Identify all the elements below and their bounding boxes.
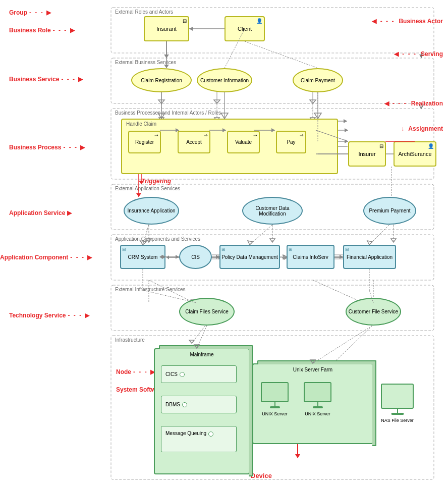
node-annotation: Node - - - ▶ [116, 368, 156, 375]
archisurance-element: ArchiSurance 👤 [394, 141, 436, 167]
nas-file-server-element: NAS File Server [381, 384, 414, 423]
customer-file-service-element: Customer File Service [346, 298, 401, 326]
svg-line-94 [369, 225, 389, 245]
svg-marker-72 [221, 113, 228, 119]
mainframe-node: Mainframe CICS DBMS Message Queuing [154, 348, 250, 474]
svg-line-57 [149, 280, 194, 303]
svg-line-59 [313, 280, 363, 303]
svg-marker-124 [164, 65, 169, 68]
svg-text:Infrastructure: Infrastructure [115, 337, 145, 343]
svg-marker-19 [158, 100, 164, 103]
svg-line-92 [250, 225, 272, 245]
svg-line-63 [333, 326, 372, 363]
realization-annotation: Realization ◀ - - - [384, 100, 443, 107]
message-queuing-element: Message Queuing [161, 426, 237, 452]
svg-marker-120 [345, 139, 348, 143]
business-process-annotation: Business Process - - - ▶ [9, 144, 86, 151]
svg-line-127 [245, 41, 318, 68]
svg-marker-102 [216, 255, 219, 259]
svg-line-61 [192, 326, 205, 343]
svg-marker-21 [214, 100, 220, 103]
claim-payment-element: Claim Payment [293, 68, 343, 92]
unix-server-2-element: UNIX Server [304, 382, 331, 416]
svg-line-115 [313, 326, 372, 363]
svg-marker-93 [248, 241, 253, 245]
svg-marker-87 [344, 119, 347, 123]
svg-text:External Application Services: External Application Services [115, 186, 180, 191]
svg-text:Application Components and Ser: Application Components and Services [115, 236, 200, 242]
claims-infoserv-element: ⊞ Claims InfoServ [287, 245, 334, 269]
svg-text:Business Processes and Interna: Business Processes and Internal Actors /… [115, 110, 221, 116]
svg-marker-46 [270, 239, 275, 242]
svg-text:External Business Services: External Business Services [115, 60, 176, 65]
device-annotation: Device [251, 472, 272, 479]
svg-marker-104 [283, 255, 287, 259]
svg-marker-68 [295, 454, 300, 458]
svg-marker-118 [345, 128, 348, 132]
policy-data-management-element: ⊞ Policy Data Management [219, 245, 280, 269]
valuate-element: Valuate ⇒ [227, 131, 260, 153]
svg-marker-91 [140, 241, 146, 245]
handle-claim-container: Handle Claim Register ⇒ Accept ⇒ Valuate… [121, 119, 338, 174]
svg-text:External Infrastructure Servic: External Infrastructure Services [115, 287, 186, 292]
unix-server-1-element: UNIX Server [261, 382, 289, 416]
pay-element: Pay ⇒ [276, 131, 306, 153]
insurer-element: Insurer ⊟ [348, 141, 386, 167]
svg-marker-76 [189, 27, 193, 31]
insurance-application-element: Insurance Application [124, 197, 179, 225]
crm-system-element: ⊞ CRM System [120, 245, 165, 269]
insurant-element: Insurant ⊟ [144, 16, 189, 41]
client-element: Client 👤 [225, 16, 265, 41]
customer-data-modification-element: Customer Data Modification [242, 197, 303, 225]
claim-registration-element: Claim Registration [131, 68, 192, 92]
accept-element: Accept ⇒ [178, 131, 210, 153]
svg-marker-97 [176, 255, 179, 259]
business-actor-annotation: Business Actor ◀ - - - [372, 18, 443, 25]
application-service-annotation: Application Service ▶ [9, 209, 72, 217]
assignment-annotation: Assignment ↓ [401, 125, 443, 132]
svg-marker-62 [189, 340, 194, 343]
svg-marker-25 [164, 55, 169, 58]
business-service-annotation: Business Service - - - ▶ [9, 76, 84, 83]
svg-marker-70 [158, 113, 165, 119]
cis-element: CIS [179, 245, 212, 269]
register-element: Register ⇒ [128, 131, 161, 153]
application-component-annotation: Application Component - - - ▶ [0, 254, 93, 261]
svg-line-90 [143, 225, 149, 245]
svg-marker-44 [146, 239, 151, 242]
financial-application-element: ⊞ Financial Application [343, 245, 396, 269]
premium-payment-element: Premium Payment [363, 197, 416, 225]
unix-server-farm-node: Unix Server Farm UNIX Server UNIX Server [252, 363, 373, 444]
svg-text:External Roles and Actors: External Roles and Actors [115, 9, 173, 15]
svg-marker-23 [310, 100, 316, 103]
serving-annotation: Serving ◀ - - - [394, 50, 443, 58]
technology-service-annotation: Technology Service - - - ▶ [9, 312, 90, 319]
svg-marker-74 [314, 113, 321, 119]
svg-marker-95 [367, 241, 372, 245]
svg-marker-108 [340, 255, 343, 259]
triggering-annotation: Triggering [141, 178, 171, 185]
svg-marker-89 [136, 193, 141, 197]
business-role-annotation: Business Role - - - ▶ [9, 27, 76, 34]
claim-files-service-element: Claim Files Service [179, 298, 235, 326]
cics-element: CICS [161, 365, 237, 383]
svg-marker-48 [391, 239, 396, 242]
group-annotation: Group - - - ▶ [9, 9, 52, 16]
customer-information-element: Customer Information [197, 68, 252, 92]
dbms-element: DBMS [161, 396, 237, 413]
svg-marker-50 [166, 255, 169, 259]
